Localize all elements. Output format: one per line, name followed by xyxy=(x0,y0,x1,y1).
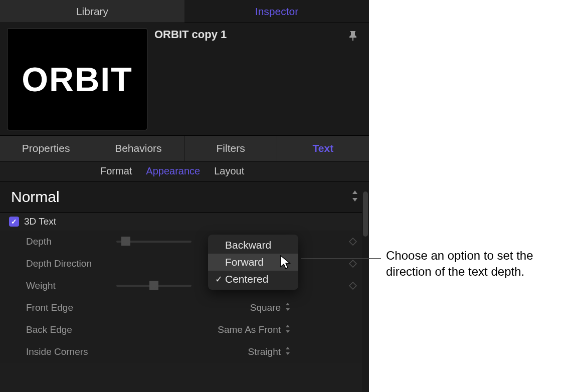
text-style-label: Normal xyxy=(11,188,60,206)
preview-row: ORBIT ORBIT copy 1 xyxy=(0,23,369,135)
popup-item-centered[interactable]: ✓Centered xyxy=(208,271,298,288)
subtab-appearance[interactable]: Appearance xyxy=(146,165,200,177)
text-subtabs: Format Appearance Layout xyxy=(0,161,369,181)
3d-text-group-header[interactable]: ✓ 3D Text xyxy=(0,213,369,231)
slider-thumb-icon[interactable] xyxy=(149,281,158,290)
depth-slider[interactable] xyxy=(116,241,191,243)
param-depth-label: Depth xyxy=(26,236,116,247)
keyframe-icon[interactable] xyxy=(349,282,357,290)
param-depth-direction-label: Depth Direction xyxy=(26,258,116,269)
3d-text-checkbox[interactable]: ✓ xyxy=(9,217,19,227)
param-front-edge[interactable]: Front Edge Square xyxy=(0,297,369,319)
param-weight: Weight 0 xyxy=(0,275,369,297)
depth-direction-popup: Backward Forward ✓Centered xyxy=(208,235,298,290)
scrollbar-thumb[interactable] xyxy=(363,191,368,237)
subtab-format[interactable]: Format xyxy=(100,165,132,177)
inside-corners-value: Straight xyxy=(116,346,284,357)
thumbnail-text: ORBIT xyxy=(22,60,133,99)
param-back-edge-label: Back Edge xyxy=(26,324,116,335)
param-inside-corners[interactable]: Inside Corners Straight xyxy=(0,341,369,363)
pin-icon[interactable] xyxy=(348,30,357,43)
section-tabs: Properties Behaviors Filters Text xyxy=(0,135,369,161)
tab-filters[interactable]: Filters xyxy=(185,136,277,161)
param-back-edge[interactable]: Back Edge Same As Front xyxy=(0,319,369,341)
3d-text-label: 3D Text xyxy=(24,216,56,227)
slider-thumb-icon[interactable] xyxy=(121,237,130,246)
popup-item-backward[interactable]: Backward xyxy=(208,237,298,254)
front-edge-value: Square xyxy=(116,302,284,313)
object-title: ORBIT copy 1 xyxy=(147,28,344,41)
tab-library[interactable]: Library xyxy=(0,0,184,23)
updown-icon xyxy=(350,189,360,205)
param-inside-corners-label: Inside Corners xyxy=(26,346,116,357)
tab-text[interactable]: Text xyxy=(277,136,369,161)
param-depth-direction: Depth Direction xyxy=(0,253,369,275)
updown-icon xyxy=(284,302,357,314)
keyframe-icon[interactable] xyxy=(349,260,357,268)
callout-line xyxy=(301,258,381,259)
updown-icon xyxy=(284,346,357,358)
thumbnail-preview: ORBIT xyxy=(7,28,147,130)
keyframe-icon[interactable] xyxy=(349,238,357,246)
updown-icon xyxy=(284,324,357,336)
subtab-layout[interactable]: Layout xyxy=(214,165,244,177)
callout-text: Choose an option to set the direction of… xyxy=(386,248,566,280)
scrollbar[interactable] xyxy=(362,191,369,392)
popup-item-forward[interactable]: Forward xyxy=(208,254,298,271)
tab-inspector[interactable]: Inspector xyxy=(184,0,369,23)
tab-properties[interactable]: Properties xyxy=(0,136,92,161)
param-depth: Depth xyxy=(0,231,369,253)
back-edge-value: Same As Front xyxy=(116,324,284,335)
inspector-panel: Library Inspector ORBIT ORBIT copy 1 Pro… xyxy=(0,0,369,392)
param-front-edge-label: Front Edge xyxy=(26,302,116,313)
tab-behaviors[interactable]: Behaviors xyxy=(92,136,184,161)
param-weight-label: Weight xyxy=(26,280,116,291)
text-style-select[interactable]: Normal xyxy=(0,181,369,213)
weight-slider[interactable] xyxy=(116,285,191,287)
top-tabs: Library Inspector xyxy=(0,0,369,23)
